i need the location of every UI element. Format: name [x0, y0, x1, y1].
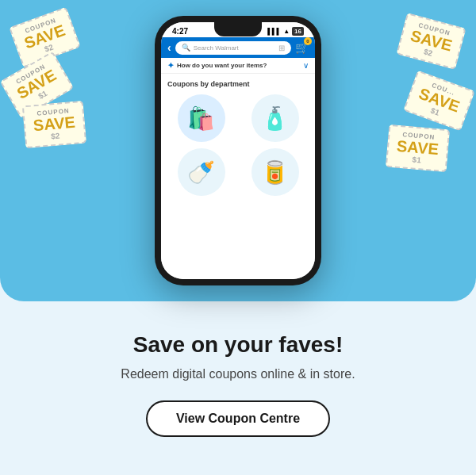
status-time: 4:27	[172, 27, 188, 36]
chevron-down-icon: ∨	[303, 61, 309, 70]
baby-icon: 🍼	[187, 159, 215, 186]
coupon-float-6: COUPON SAVE $1	[386, 124, 450, 173]
battery-icon: 16	[292, 27, 304, 36]
phone-notch	[214, 22, 262, 36]
back-arrow-icon[interactable]: ‹	[167, 41, 171, 54]
coupon-float-4: COUPON SAVE $2	[396, 13, 466, 70]
dept-item-grocery[interactable]: 🛍️	[178, 94, 225, 142]
sub-text: Redeem digital coupons online & in store…	[121, 366, 355, 383]
status-icons: ▌▌▌ ▲ 16	[267, 27, 304, 36]
coupon-save-3: SAVE	[33, 114, 76, 134]
dept-item-baby[interactable]: 🍼	[178, 148, 225, 196]
coupon-amount-6: $1	[412, 155, 421, 164]
main-headline: Save on your faves!	[133, 331, 344, 358]
coupons-section: Coupons by department 🛍️ 🧴 🍼 🥫	[161, 74, 315, 279]
view-coupon-centre-button[interactable]: View Coupon Centre	[146, 400, 330, 437]
hero-section: COUPON SAVE $2 COUPON SAVE $1 COUPON SAV…	[0, 0, 476, 301]
cart-badge: 0	[304, 37, 312, 45]
search-placeholder-text: Search Walmart	[194, 44, 239, 52]
page-container: COUPON SAVE $2 COUPON SAVE $1 COUPON SAV…	[0, 0, 476, 475]
coupon-float-5: COU... SAVE $1	[403, 70, 475, 131]
search-box[interactable]: 🔍 Search Walmart ⊞	[175, 41, 291, 55]
delivery-bar[interactable]: ✦ How do you want your items? ∨	[161, 58, 315, 74]
grocery-icon: 🛍️	[187, 105, 215, 132]
coupon-amount-4: $2	[423, 47, 434, 58]
cleaning-icon: 🧴	[261, 105, 289, 132]
wifi-icon: ▲	[283, 28, 290, 35]
phone-mockup: 4:27 ▌▌▌ ▲ 16 ‹ 🔍 Search Walmart ⊞	[155, 16, 321, 285]
coupon-amount-5: $1	[429, 106, 440, 117]
coupon-amount-3: $2	[51, 131, 60, 140]
coupon-float-3: COUPON SAVE $2	[22, 101, 86, 149]
signal-icon: ▌▌▌	[267, 28, 281, 35]
app-bar: ‹ 🔍 Search Walmart ⊞ 🛒 0	[161, 37, 315, 58]
dept-item-food[interactable]: 🥫	[251, 148, 299, 196]
food-icon: 🥫	[261, 159, 289, 186]
dept-item-cleaning[interactable]: 🧴	[251, 94, 299, 142]
dept-title: Coupons by department	[167, 80, 309, 88]
bottom-section: Save on your faves! Redeem digital coupo…	[97, 301, 378, 475]
coupon-save-6: SAVE	[396, 138, 440, 158]
search-icon: 🔍	[182, 44, 190, 52]
barcode-icon: ⊞	[278, 44, 285, 52]
delivery-text: ✦ How do you want your items?	[167, 61, 267, 70]
phone-screen: 4:27 ▌▌▌ ▲ 16 ‹ 🔍 Search Walmart ⊞	[161, 22, 315, 279]
delivery-question-text: How do you want your items?	[177, 62, 267, 69]
cart-icon-wrapper[interactable]: 🛒 0	[295, 40, 309, 55]
dept-grid: 🛍️ 🧴 🍼 🥫	[167, 94, 309, 196]
spark-icon: ✦	[167, 61, 174, 70]
